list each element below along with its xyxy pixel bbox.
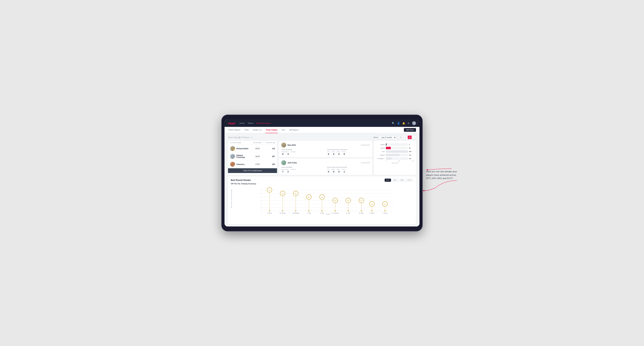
svg-point-25 — [295, 210, 296, 211]
chart-bars: Eagles 3 Birdies — [376, 143, 414, 160]
chart-val-pars: 499 — [409, 151, 414, 152]
grid-view-toggle[interactable]: ⊞ — [399, 136, 403, 139]
player-card-josh-coles: Josh Coles 26 Aug 2023 Total Rounds Tour… — [279, 159, 372, 175]
chart-bar-wrap-dbogeys — [386, 157, 408, 160]
svg-text:C. Quick: C. Quick — [383, 212, 388, 214]
show-label: Show — [374, 137, 378, 138]
svg-text:7: 7 — [261, 189, 262, 191]
player-cards-panel: Rees Britt 02 Sep 2023 Total Rounds Tour… — [279, 141, 372, 175]
chart-row-bogeys: Bogeys 311 — [376, 154, 414, 156]
lb-name-3: Cameron... — [236, 163, 246, 165]
pc-stats-1: Total Rounds Tournament Practice 8 4 — [281, 149, 370, 155]
chart-row-pars: Pars 499 — [376, 150, 414, 153]
search-icon[interactable]: 🔍 — [392, 122, 394, 125]
team-title: Team Clippd | 14 Players — [228, 136, 249, 138]
user-avatar[interactable]: U — [412, 121, 416, 125]
chart-label-eagles: Eagles — [376, 144, 385, 145]
svg-text:7x: 7x — [269, 189, 270, 191]
subnav-pga[interactable]: PGA — [244, 127, 249, 133]
player-card-rees-britt: Rees Britt 02 Sep 2023 Total Rounds Tour… — [279, 141, 372, 157]
svg-text:2: 2 — [261, 207, 262, 208]
ott-control-button[interactable]: OTT — [385, 178, 391, 182]
pc-avatar-2 — [281, 160, 286, 165]
app-val-2: 0 — [332, 171, 335, 173]
nav-home[interactable]: Home — [240, 121, 244, 125]
subnav: PGAT Players PGA Hcaps 1-5 Team Clippd T… — [224, 127, 420, 133]
lb-avg-2: 107 — [264, 156, 275, 158]
chart-val-eagles: 3 — [409, 144, 414, 145]
pc-avatar-1 — [281, 143, 286, 148]
lb-col-avg: PB AVG SQ — [264, 142, 275, 144]
table-row[interactable]: 3 Cameron... 17/20 103 — [228, 161, 277, 168]
chart-val-bogeys: 311 — [409, 154, 414, 156]
chart-bar-pars — [386, 150, 408, 153]
svg-text:3x: 3x — [384, 203, 386, 205]
add-team-button[interactable]: Add Team — [404, 128, 416, 132]
ott-val-1: 0 — [327, 153, 330, 155]
lb-score-2: 18/20 — [250, 156, 264, 158]
settings-icon[interactable]: ⚙ — [408, 122, 410, 125]
chart-bar-eagles — [386, 143, 386, 146]
subnav-pgat[interactable]: PGAT Players — [228, 127, 241, 133]
svg-text:3x: 3x — [371, 203, 373, 205]
lb-name-1: Richard Butler — [236, 148, 248, 150]
pc-top-2: Josh Coles 26 Aug 2023 — [281, 160, 370, 165]
team-header: Team Clippd | 14 Players ✏ Show Last 3 m… — [228, 136, 416, 139]
svg-point-20 — [282, 210, 283, 211]
svg-point-50 — [361, 210, 362, 211]
table-row[interactable]: 1 Richard Butler 19/20 110 — [228, 145, 277, 153]
svg-text:5x: 5x — [308, 196, 310, 198]
svg-text:6x: 6x — [282, 193, 284, 194]
user-icon[interactable]: 👤 — [397, 122, 400, 125]
table-row[interactable]: 2 Edward Crossman 18/20 107 — [228, 153, 277, 161]
nav-performance[interactable]: My Performance — [256, 121, 271, 125]
bell-icon[interactable]: 🔔 — [402, 122, 405, 125]
nav-teams[interactable]: Teams — [248, 121, 254, 125]
chart-label-birdies: Birdies — [376, 147, 385, 149]
svg-text:R. Britt: R. Britt — [320, 212, 324, 214]
card-view-toggle[interactable]: ▤ — [408, 136, 412, 139]
pc-tournament-rounds-2: 7 — [281, 171, 284, 173]
edit-icon[interactable]: ✏ — [251, 136, 253, 139]
nav-icons: 🔍 👤 🔔 ⚙ U — [392, 121, 416, 125]
two-col-layout: PLAYER NAME PB SCORE PB AVG SQ 1 — [228, 141, 416, 175]
ott-label-2: OTT — [327, 169, 330, 170]
streak-chart-container: Best Streak, Fairway Accuracy 7 — [231, 186, 413, 222]
svg-point-55 — [371, 210, 372, 211]
list-view-toggle[interactable]: ≡ — [404, 136, 407, 139]
lb-player-2: 2 Edward Crossman — [230, 154, 250, 159]
chart-x-0: 0 — [386, 161, 386, 162]
putt-val-1: 0 — [343, 153, 346, 155]
subtitle-metric: Off The Tee — [231, 183, 240, 185]
subnav-hcaps[interactable]: Hcaps 1-5 — [252, 127, 262, 133]
subnav-tour[interactable]: Tour — [281, 127, 286, 133]
chart-bar-wrap-pars — [386, 150, 408, 153]
rank-badge-1: 1 — [233, 149, 235, 151]
arg-label-2: ARG — [337, 169, 340, 170]
subnav-all-players[interactable]: All Players — [289, 127, 299, 133]
svg-text:6: 6 — [261, 193, 262, 194]
chart-row-dbogeys: D. Bogeys + 131 — [376, 157, 414, 160]
pc-stats-2: Total Rounds Tournament Practice 7 2 — [281, 167, 370, 173]
putt-control-button[interactable]: PUTT — [406, 178, 413, 182]
subnav-team-clippd[interactable]: Team Clippd — [266, 127, 278, 133]
chart-x-title: Total Shots — [376, 162, 414, 164]
tablet-screen: clippd Home Teams My Performance 🔍 👤 🔔 ⚙… — [224, 120, 420, 226]
svg-text:3: 3 — [261, 203, 262, 205]
main-content: Team Clippd | 14 Players ✏ Show Last 3 m… — [224, 133, 420, 226]
svg-text:J. Coles: J. Coles — [306, 212, 311, 214]
lb-col-score: PB SCORE — [250, 142, 264, 144]
app-label-2: APP — [332, 169, 334, 170]
app-control-button[interactable]: APP — [392, 178, 398, 182]
arg-control-button[interactable]: ARG — [399, 178, 405, 182]
pc-pa-values-2: 0 0 0 1 — [327, 171, 370, 173]
chart-view-toggle[interactable]: ↕ — [412, 136, 416, 139]
time-filter-select[interactable]: Last 3 months Last 6 months Last year — [379, 136, 396, 139]
view-leaderboard-button[interactable]: View Full Leaderboard — [228, 168, 277, 173]
streaks-subtitle: Off The Tee, Fairway Accuracy — [231, 183, 413, 185]
pc-pa-label-1: Total Practice Activities — [327, 149, 370, 151]
svg-text:4: 4 — [261, 200, 262, 201]
pc-date-1: 02 Sep 2023 — [361, 144, 370, 146]
subtitle-detail: Fairway Accuracy — [241, 183, 256, 185]
chart-val-birdies: 96 — [409, 147, 414, 149]
